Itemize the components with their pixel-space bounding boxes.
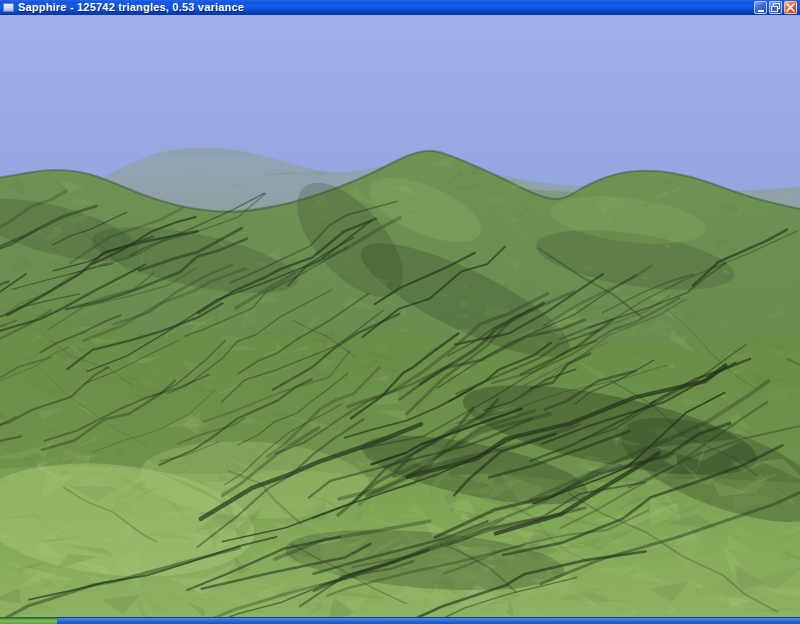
bottom-strip [0,617,800,624]
app-window-icon[interactable] [3,3,14,12]
restore-icon [771,3,780,12]
window-controls [752,1,797,14]
title-bar[interactable]: Sapphire - 125742 triangles, 0.53 varian… [0,0,800,15]
window-title: Sapphire - 125742 triangles, 0.53 varian… [18,0,244,15]
application-window: Sapphire - 125742 triangles, 0.53 varian… [0,0,800,624]
close-icon [786,3,795,12]
start-button-sliver[interactable] [0,617,57,624]
taskbar-sliver[interactable] [57,617,800,624]
terrain-viewport[interactable] [0,15,800,617]
restore-button[interactable] [769,1,782,14]
minimize-button[interactable] [754,1,767,14]
minimize-icon [758,10,764,12]
close-button[interactable] [784,1,797,14]
